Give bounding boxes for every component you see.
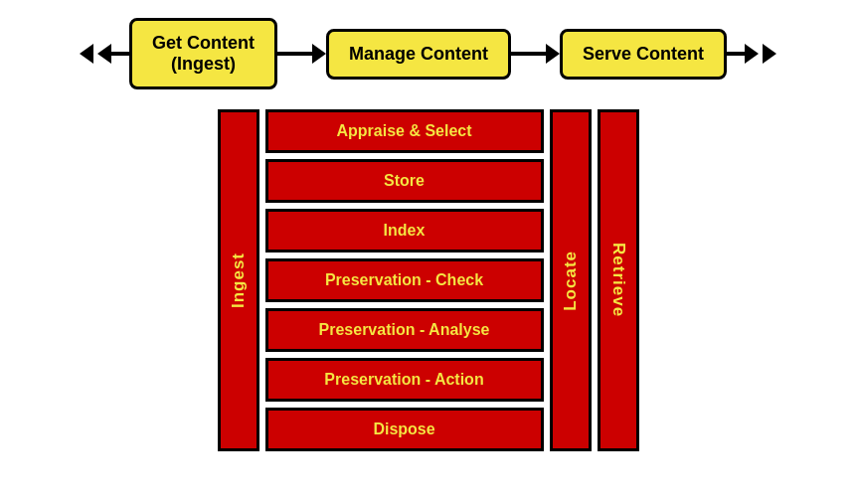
top-flow: Get Content (Ingest) Manage Content Serv…: [0, 0, 856, 89]
bottom-section: Ingest Appraise & Select Store Index Pre…: [0, 109, 856, 451]
right-exit-arrow: [727, 44, 776, 64]
ingest-label: Ingest: [229, 252, 249, 308]
dispose-row: Dispose: [265, 408, 544, 451]
get-content-box: Get Content (Ingest): [129, 18, 277, 89]
manage-content-label: Manage Content: [349, 44, 488, 64]
locate-bar: Locate: [550, 109, 592, 451]
retrieve-bar: Retrieve: [598, 109, 639, 451]
appraise-select-row: Appraise & Select: [265, 109, 544, 153]
retrieve-label: Retrieve: [608, 243, 628, 317]
left-entry-arrow: [80, 44, 129, 64]
serve-content-box: Serve Content: [560, 29, 727, 80]
index-row: Index: [265, 209, 544, 252]
get-content-label: Get Content (Ingest): [152, 33, 255, 74]
manage-content-box: Manage Content: [326, 29, 511, 80]
serve-content-label: Serve Content: [583, 44, 704, 64]
locate-label: Locate: [561, 251, 581, 311]
arrow-2: [511, 44, 560, 64]
preservation-action-row: Preservation - Action: [265, 358, 544, 402]
preservation-check-row: Preservation - Check: [265, 258, 544, 302]
ingest-bar: Ingest: [218, 109, 259, 451]
store-row: Store: [265, 159, 544, 203]
preservation-analyse-row: Preservation - Analyse: [265, 308, 544, 352]
center-stack: Appraise & Select Store Index Preservati…: [265, 109, 544, 451]
arrow-1: [277, 44, 326, 64]
diagram: Get Content (Ingest) Manage Content Serv…: [0, 0, 856, 504]
